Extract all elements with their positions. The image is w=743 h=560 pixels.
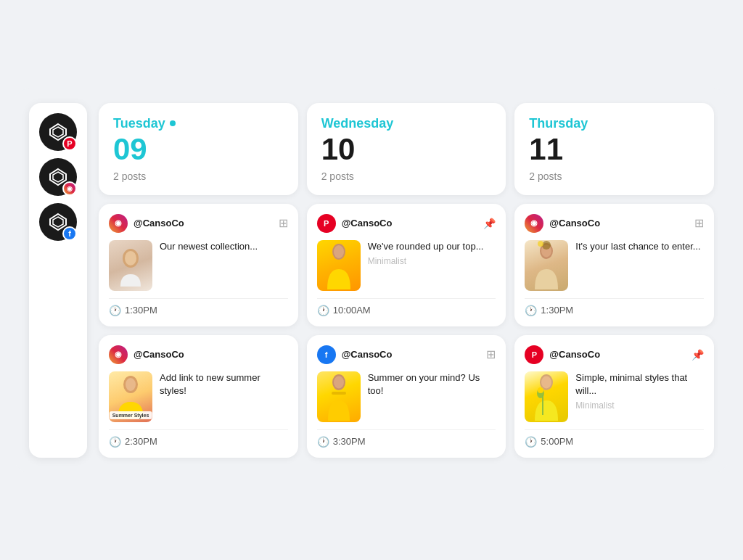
clock-icon-wed-2: 🕐 — [317, 436, 329, 448]
pinterest-badge-thu-2: P — [525, 345, 543, 364]
grid-icon-tue-1[interactable]: ⊞ — [279, 216, 288, 230]
person-svg-thu-2 — [525, 371, 568, 422]
post-account-wed-1: P @CansoCo — [317, 214, 393, 233]
post-account-thu-2: P @CansoCo — [525, 345, 600, 364]
day-name-tuesday: Tuesday — [113, 116, 284, 131]
post-time-thu-1: 🕐 1:30PM — [525, 298, 704, 316]
svg-point-13 — [538, 241, 543, 247]
account-name-wed-1: @CansoCo — [342, 218, 393, 228]
account-name-tue-1: @CansoCo — [134, 218, 184, 228]
post-account-thu-1: ◉ @CansoCo — [525, 214, 600, 233]
sidebar: P ◉ f — [29, 103, 87, 458]
post-body-tue-1: Our newest collection... — [109, 240, 288, 291]
post-body-thu-1: It's your last chance to enter... — [525, 240, 704, 291]
pinterest-badge-wed-1: P — [317, 214, 336, 233]
clock-icon-thu-1: 🕐 — [525, 305, 537, 316]
day-name-wednesday: Wednesday — [321, 116, 492, 131]
instagram-badge-tue-1: ◉ — [109, 214, 128, 233]
facebook-f-icon: f — [68, 229, 71, 238]
time-value-tue-2: 2:30PM — [125, 436, 157, 447]
day-column-tuesday: Tuesday 09 2 posts ◉ @CansoCo ⊞ — [99, 103, 298, 458]
post-body-thu-2: Simple, minimal styles that will... Mini… — [525, 371, 704, 422]
post-text-thu-1: It's your last chance to enter... — [575, 240, 704, 253]
post-body-wed-1: We've rounded up our top... Minimalist — [317, 240, 496, 291]
grid-icon-wed-2[interactable]: ⊞ — [486, 347, 496, 361]
sidebar-item-0[interactable]: P — [39, 113, 77, 151]
svg-point-4 — [126, 378, 136, 391]
instagram-icon-tue-2: ◉ — [115, 350, 122, 359]
tuesday-number: 09 — [113, 134, 284, 165]
account-name-tue-2: @CansoCo — [134, 349, 184, 360]
pinterest-icon-wed-1: P — [324, 219, 329, 228]
time-value-thu-2: 5:00PM — [541, 436, 573, 447]
thumbnail-thu-1 — [525, 240, 568, 291]
badge-facebook-2: f — [62, 226, 77, 241]
badge-instagram-1: ◉ — [62, 181, 77, 196]
person-svg-tue-1 — [115, 247, 147, 290]
day-name-thursday: Thursday — [529, 116, 699, 131]
post-content-tue-2: Add link to new summer styles! — [160, 371, 288, 400]
post-header-tue-1: ◉ @CansoCo ⊞ — [109, 214, 288, 233]
post-tag-thu-2: Minimalist — [575, 400, 704, 411]
post-account-wed-2: f @CansoCo — [317, 345, 393, 364]
svg-point-6 — [334, 245, 344, 258]
post-header-thu-1: ◉ @CansoCo ⊞ — [525, 214, 704, 233]
post-card-thu-2[interactable]: P @CansoCo 📌 — [514, 335, 714, 458]
instagram-badge-thu-1: ◉ — [525, 214, 543, 233]
time-value-wed-2: 3:30PM — [333, 436, 366, 447]
thumbnail-tue-1 — [109, 240, 152, 291]
day-header-wednesday: Wednesday 10 2 posts — [307, 103, 506, 195]
post-time-wed-2: 🕐 3:30PM — [317, 429, 496, 448]
day-column-wednesday: Wednesday 10 2 posts P @CansoCo 📌 — [307, 103, 506, 458]
pinterest-icon-thu-2: P — [532, 350, 537, 359]
post-text-tue-2: Add link to new summer styles! — [160, 371, 288, 398]
thursday-label: Thursday — [529, 116, 588, 131]
clock-icon-tue-2: 🕐 — [109, 436, 121, 448]
svg-point-15 — [541, 376, 551, 388]
sidebar-item-2[interactable]: f — [39, 203, 77, 241]
thumbnail-thu-2 — [525, 371, 568, 422]
post-text-wed-1: We've rounded up our top... — [368, 240, 496, 253]
clock-icon-thu-2: 🕐 — [525, 436, 537, 448]
account-name-thu-2: @CansoCo — [549, 349, 600, 360]
account-name-thu-1: @CansoCo — [549, 218, 600, 228]
post-content-wed-1: We've rounded up our top... Minimalist — [368, 240, 496, 266]
post-time-tue-2: 🕐 2:30PM — [109, 429, 288, 448]
post-content-wed-2: Summer on your mind? Us too! — [368, 371, 496, 400]
pin-icon-wed-1[interactable]: 📌 — [483, 218, 496, 229]
sidebar-item-1[interactable]: ◉ — [39, 158, 77, 196]
post-body-wed-2: Summer on your mind? Us too! — [317, 371, 496, 422]
svg-point-8 — [334, 376, 344, 388]
svg-rect-9 — [332, 392, 346, 395]
day-column-thursday: Thursday 11 2 posts ◉ @CansoCo ⊞ — [514, 103, 714, 458]
wednesday-label: Wednesday — [321, 116, 394, 131]
pin-icon-thu-2[interactable]: 📌 — [691, 349, 704, 361]
thumbnail-wed-1 — [317, 240, 361, 291]
post-time-tue-1: 🕐 1:30PM — [109, 298, 288, 316]
facebook-badge-wed-2: f — [317, 345, 336, 364]
post-header-thu-2: P @CansoCo 📌 — [525, 345, 704, 364]
thumbnail-wed-2 — [317, 371, 361, 422]
badge-pinterest-0: P — [62, 136, 77, 151]
post-card-wed-2[interactable]: f @CansoCo ⊞ — [307, 335, 506, 458]
post-text-wed-2: Summer on your mind? Us too! — [368, 371, 496, 398]
time-value-tue-1: 1:30PM — [125, 305, 157, 316]
instagram-icon-thu-1: ◉ — [530, 218, 538, 228]
thumbnail-tue-2: Summer Styles — [109, 371, 152, 422]
grid-icon-thu-1[interactable]: ⊞ — [694, 216, 704, 230]
post-card-tue-1[interactable]: ◉ @CansoCo ⊞ — [99, 204, 298, 326]
post-body-tue-2: Summer Styles Add link to new summer sty… — [109, 371, 288, 422]
instagram-icon: ◉ — [67, 185, 73, 192]
post-content-thu-2: Simple, minimal styles that will... Mini… — [575, 371, 704, 411]
instagram-badge-tue-2: ◉ — [109, 345, 128, 364]
person-svg-wed-1 — [317, 240, 361, 291]
post-account-tue-2: ◉ @CansoCo — [109, 345, 184, 364]
post-card-thu-1[interactable]: ◉ @CansoCo ⊞ — [514, 204, 714, 326]
post-card-wed-1[interactable]: P @CansoCo 📌 We've — [307, 204, 506, 326]
account-name-wed-2: @CansoCo — [342, 349, 393, 360]
post-account-tue-1: ◉ @CansoCo — [109, 214, 184, 233]
svg-point-1 — [125, 251, 136, 265]
post-text-thu-2: Simple, minimal styles that will... — [575, 371, 704, 398]
app-container: P ◉ f — [15, 88, 728, 472]
post-card-tue-2[interactable]: ◉ @CansoCo Summer Styles — [99, 335, 298, 458]
